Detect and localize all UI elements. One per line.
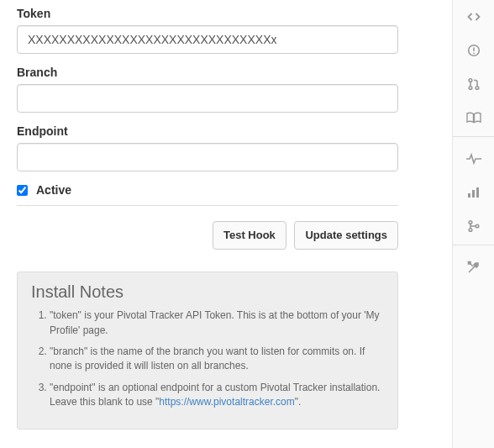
svg-line-13 bbox=[469, 267, 474, 272]
settings-icon[interactable] bbox=[453, 250, 495, 284]
svg-rect-8 bbox=[472, 190, 475, 198]
install-note-link[interactable]: https://www.pivotaltracker.com bbox=[159, 396, 294, 408]
install-note-item: "endpoint" is an optional endpoint for a… bbox=[50, 381, 384, 410]
pull-request-icon[interactable] bbox=[453, 67, 495, 101]
svg-point-4 bbox=[469, 87, 472, 90]
svg-point-3 bbox=[469, 79, 472, 82]
svg-rect-15 bbox=[468, 262, 470, 265]
svg-point-12 bbox=[476, 224, 479, 228]
active-label: Active bbox=[36, 183, 71, 197]
endpoint-input[interactable] bbox=[17, 143, 398, 171]
svg-point-11 bbox=[469, 229, 472, 232]
token-label: Token bbox=[17, 7, 398, 20]
divider bbox=[17, 205, 398, 206]
test-hook-button[interactable]: Test Hook bbox=[213, 221, 286, 250]
svg-point-5 bbox=[476, 87, 479, 90]
endpoint-label: Endpoint bbox=[17, 124, 398, 138]
install-notes-title: Install Notes bbox=[31, 282, 384, 302]
install-notes-panel: Install Notes "token" is your Pivotal Tr… bbox=[17, 271, 398, 429]
svg-rect-9 bbox=[476, 187, 479, 198]
branch-label: Branch bbox=[17, 66, 398, 79]
update-settings-button[interactable]: Update settings bbox=[294, 221, 398, 250]
install-note-item: "token" is your Pivotal Tracker API Toke… bbox=[50, 308, 384, 338]
svg-point-10 bbox=[469, 221, 472, 224]
active-checkbox[interactable] bbox=[17, 185, 28, 196]
token-input[interactable] bbox=[17, 25, 398, 54]
graphs-icon[interactable] bbox=[453, 176, 495, 209]
pulse-icon[interactable] bbox=[453, 142, 495, 176]
network-icon[interactable] bbox=[453, 209, 495, 243]
svg-rect-7 bbox=[468, 193, 470, 198]
branch-input[interactable] bbox=[17, 84, 398, 113]
right-rail bbox=[452, 0, 494, 448]
svg-point-2 bbox=[473, 52, 475, 54]
code-icon[interactable] bbox=[453, 0, 495, 34]
install-note-item: "branch" is the name of the branch you w… bbox=[50, 345, 384, 374]
wiki-icon[interactable] bbox=[453, 101, 495, 134]
issues-icon[interactable] bbox=[453, 34, 495, 67]
